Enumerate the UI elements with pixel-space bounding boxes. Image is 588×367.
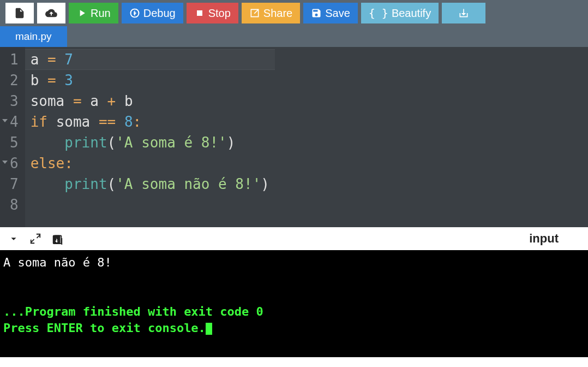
chevron-down-icon[interactable] (8, 233, 20, 245)
code-line[interactable]: a = 7 (31, 49, 269, 70)
share-button[interactable]: Share (242, 3, 300, 23)
debug-button[interactable]: Debug (122, 3, 183, 23)
download-button[interactable] (442, 3, 485, 23)
expand-icon[interactable] (29, 233, 41, 245)
beautify-button[interactable]: { } Beautify (361, 3, 439, 23)
console-line: Press ENTER to exit console. (3, 320, 585, 336)
svg-rect-1 (197, 10, 202, 16)
share-label: Share (263, 7, 292, 20)
console-toolbar: input (0, 227, 588, 250)
console-line (3, 287, 585, 304)
line-number: 3 (10, 91, 19, 111)
code-line[interactable]: print('A soma é 8!') (31, 132, 269, 153)
stop-icon (194, 8, 205, 19)
save-button[interactable]: Save (303, 3, 358, 23)
gutter: 12345678 (0, 47, 25, 227)
play-icon (76, 8, 87, 19)
code-line[interactable]: if soma == 8: (31, 111, 269, 132)
input-label: input (529, 232, 580, 246)
new-file-button[interactable] (5, 3, 34, 23)
line-number: 7 (10, 174, 19, 194)
upload-icon (45, 7, 57, 19)
bottom-bar (0, 357, 588, 367)
save-icon (311, 8, 322, 19)
editor[interactable]: 12345678 a = 7b = 3soma = a + bif soma =… (0, 47, 588, 227)
stop-label: Stop (208, 7, 231, 20)
run-label: Run (91, 7, 111, 20)
share-icon (249, 8, 260, 19)
line-number: 4 (10, 111, 19, 132)
tab-main-py[interactable]: main.py (0, 26, 67, 47)
line-number: 1 (10, 49, 19, 70)
code-line[interactable]: print('A soma não é 8!') (31, 174, 269, 194)
code-area[interactable]: a = 7b = 3soma = a + bif soma == 8: prin… (25, 47, 275, 227)
fold-marker-icon[interactable] (2, 119, 8, 122)
code-line[interactable]: b = 3 (31, 70, 269, 91)
save-label: Save (325, 7, 350, 20)
upload-button[interactable] (37, 3, 65, 23)
code-line[interactable]: else: (31, 153, 269, 174)
line-number: 8 (10, 194, 19, 215)
braces-icon: { } (369, 7, 388, 20)
code-line[interactable]: soma = a + b (31, 91, 269, 111)
console-line (3, 271, 585, 287)
line-number: 5 (10, 132, 19, 153)
toolbar: Run Debug Stop Share Save { } Beautify (0, 0, 588, 26)
debug-icon (129, 8, 140, 19)
console-line: A soma não é 8! (3, 254, 585, 271)
tabs: main.py (0, 26, 588, 47)
fold-marker-icon[interactable] (2, 161, 8, 164)
file-icon (14, 7, 26, 19)
stop-button[interactable]: Stop (187, 3, 238, 23)
line-number: 6 (10, 153, 19, 174)
run-button[interactable]: Run (69, 3, 118, 23)
debug-label: Debug (143, 7, 176, 20)
copy-icon[interactable] (51, 233, 63, 245)
code-line[interactable] (31, 194, 269, 215)
line-number: 2 (10, 70, 19, 91)
console[interactable]: A soma não é 8! ...Program finished with… (0, 250, 588, 357)
download-icon (458, 8, 469, 19)
beautify-label: Beautify (392, 7, 431, 20)
console-cursor (206, 323, 212, 335)
console-line: ...Program finished with exit code 0 (3, 304, 585, 320)
